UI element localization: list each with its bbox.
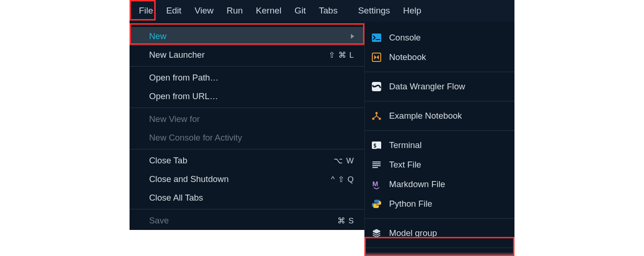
- menu-separator: [365, 218, 514, 219]
- menu-item-save: Save ⌘ S: [130, 211, 364, 230]
- shortcut-text: ⌥ W: [334, 156, 354, 166]
- menu-item-label: New: [149, 31, 166, 41]
- submenu-item-markdown-file[interactable]: M Markdown File: [365, 175, 514, 194]
- menu-run[interactable]: Run: [220, 3, 249, 19]
- menu-item-label: Open from Path…: [149, 73, 219, 83]
- menu-file[interactable]: File: [132, 3, 160, 19]
- menu-item-close-tab[interactable]: Close Tab ⌥ W: [130, 151, 364, 170]
- submenu-item-experiment[interactable]: Experiment: [365, 253, 514, 256]
- svg-text:M: M: [372, 180, 378, 188]
- menu-item-label: New View for: [149, 114, 200, 124]
- submenu-item-label: Text File: [389, 160, 421, 170]
- python-icon: [370, 198, 383, 210]
- submenu-item-label: Data Wrangler Flow: [389, 81, 465, 92]
- markdown-icon: M: [370, 178, 383, 190]
- shortcut-text: ⌘ S: [337, 216, 354, 226]
- menu-item-label: Close Tab: [149, 155, 187, 166]
- menu-item-label: New Launcher: [149, 50, 205, 60]
- submenu-item-label: Example Notebook: [389, 111, 462, 121]
- menu-item-close-all-tabs[interactable]: Close All Tabs: [130, 189, 364, 207]
- submenu-item-text-file[interactable]: Text File: [365, 155, 514, 175]
- submenu-item-label: Console: [389, 33, 421, 43]
- example-notebook-icon: [370, 110, 383, 122]
- menu-separator: [365, 72, 514, 72]
- menu-separator: [130, 149, 364, 149]
- menu-item-label: Open from URL…: [149, 91, 218, 101]
- terminal-icon: $_: [370, 139, 383, 151]
- menu-item-new[interactable]: New: [130, 27, 364, 46]
- menu-item-new-console-for-activity: New Console for Activity: [130, 128, 364, 147]
- menubar: File Edit View Run Kernel Git Tabs Setti…: [130, 0, 514, 21]
- menu-item-label: Save: [149, 216, 169, 226]
- model-group-icon: [370, 227, 383, 239]
- menu-separator: [130, 209, 364, 209]
- shortcut-text: ^ ⇧ Q: [331, 175, 354, 184]
- menu-item-close-and-shutdown[interactable]: Close and Shutdown ^ ⇧ Q: [130, 170, 364, 189]
- submenu-item-data-wrangler[interactable]: Data Wrangler Flow: [365, 77, 514, 96]
- data-wrangler-icon: [370, 81, 383, 93]
- menu-edit[interactable]: Edit: [160, 3, 188, 19]
- menu-separator: [365, 130, 514, 131]
- submenu-item-label: Notebook: [389, 52, 426, 62]
- menu-item-new-view-for: New View for: [130, 110, 364, 128]
- menu-view[interactable]: View: [188, 3, 220, 19]
- menu-help[interactable]: Help: [397, 3, 428, 19]
- submenu-item-terminal[interactable]: $_ Terminal: [365, 135, 514, 155]
- menu-separator: [130, 66, 364, 67]
- menu-item-new-launcher[interactable]: New Launcher ⇧ ⌘ L: [130, 46, 364, 64]
- svg-text:$_: $_: [373, 142, 380, 149]
- shortcut-text: ⇧ ⌘ L: [329, 50, 354, 60]
- submenu-item-example-notebook[interactable]: Example Notebook: [365, 106, 514, 126]
- menu-item-label: Close and Shutdown: [149, 174, 229, 184]
- submenu-item-label: Markdown File: [389, 179, 445, 189]
- submenu-item-label: Python File: [389, 199, 432, 209]
- submenu-item-python-file[interactable]: Python File: [365, 194, 514, 214]
- submenu-item-notebook[interactable]: Notebook: [365, 47, 514, 67]
- menu-item-label: Close All Tabs: [149, 193, 203, 203]
- svg-point-3: [376, 112, 378, 115]
- menu-git[interactable]: Git: [288, 3, 312, 19]
- submenu-item-model-group[interactable]: Model group: [365, 223, 514, 243]
- menu-kernel[interactable]: Kernel: [249, 3, 288, 19]
- menu-separator: [365, 248, 514, 248]
- menu-item-open-from-url[interactable]: Open from URL…: [130, 87, 364, 106]
- console-icon: [370, 32, 383, 44]
- chevron-right-icon: [351, 34, 354, 39]
- submenu-item-label: Model group: [389, 228, 437, 238]
- menu-item-open-from-path[interactable]: Open from Path…: [130, 68, 364, 87]
- file-dropdown: New New Launcher ⇧ ⌘ L Open from Path… O…: [130, 21, 364, 230]
- text-file-icon: [370, 159, 383, 171]
- svg-point-4: [372, 118, 375, 120]
- new-submenu: Console Notebook Data Wrangler Flow Exam…: [364, 21, 514, 256]
- notebook-icon: [370, 51, 383, 63]
- menu-separator: [365, 101, 514, 101]
- menu-settings[interactable]: Settings: [351, 3, 397, 19]
- svg-point-5: [379, 118, 381, 120]
- submenu-item-console[interactable]: Console: [365, 28, 514, 47]
- menu-item-label: New Console for Activity: [149, 133, 242, 143]
- menu-tabs[interactable]: Tabs: [312, 3, 344, 19]
- svg-rect-0: [372, 34, 381, 42]
- menu-separator: [130, 108, 364, 108]
- submenu-item-label: Terminal: [389, 140, 422, 150]
